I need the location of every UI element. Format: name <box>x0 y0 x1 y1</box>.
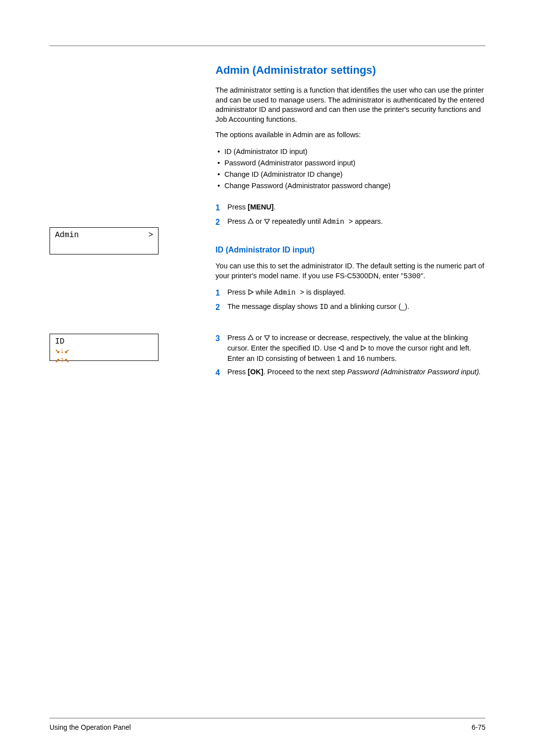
model-code: 5300 <box>403 272 421 280</box>
step-body: Press or to increase or decrease, respec… <box>227 333 485 364</box>
text: and <box>344 344 360 352</box>
text: or <box>254 334 264 342</box>
text: You can use this to set the administrato… <box>215 262 484 280</box>
display-icons-2: ↗↑↖ <box>55 356 153 365</box>
text: The message display shows <box>227 302 320 310</box>
step-item: 1 Press [MENU]. <box>215 202 485 213</box>
step-item: 2 The message display shows ID and a bli… <box>215 302 485 313</box>
step-number: 3 <box>215 333 227 364</box>
display-label: ID <box>55 337 153 347</box>
svg-marker-1 <box>265 219 269 224</box>
lcd-display-id: ID ↘↓↙ ↗↑↖ <box>50 334 159 361</box>
svg-marker-3 <box>248 335 253 340</box>
text: Press <box>227 368 248 376</box>
footer-page-number: 6-75 <box>472 723 485 731</box>
attention-icon: ↗↑↖ <box>55 356 69 365</box>
step-item: 4 Press [OK]. Proceed to the next step P… <box>215 367 485 378</box>
sub-heading: ID (Administrator ID input) <box>215 246 485 254</box>
list-item: Change Password (Administrator password … <box>215 180 485 192</box>
menu-key-label: [MENU] <box>248 203 273 211</box>
intro-paragraph-2: The options available in Admin are as fo… <box>215 130 485 140</box>
top-rule <box>50 46 485 46</box>
step-number: 1 <box>215 202 227 213</box>
options-list: ID (Administrator ID input) Password (Ad… <box>215 146 485 192</box>
text: and a blinking cursor (_). <box>328 302 410 310</box>
main-content: Admin (Administrator settings) The admin… <box>215 64 485 379</box>
svg-marker-0 <box>248 219 253 223</box>
page-footer: Using the Operation Panel 6-75 <box>50 718 485 731</box>
step-body: Press or repeatedly until Admin > appear… <box>227 216 485 228</box>
triangle-down-icon <box>264 218 270 224</box>
step-item: 1 Press while Admin > is displayed. <box>215 287 485 299</box>
step-number: 2 <box>215 302 227 313</box>
text: appears. <box>353 217 382 225</box>
page-heading: Admin (Administrator settings) <box>215 64 485 77</box>
display-text: ID <box>320 303 328 311</box>
reference-text: Password (Administrator Password input). <box>347 368 481 376</box>
steps-b: 1 Press while Admin > is displayed. 2 Th… <box>215 287 485 379</box>
text: . Proceed to the next step <box>264 368 347 376</box>
steps-a: 1 Press [MENU]. 2 Press or repeatedly un… <box>215 202 485 228</box>
list-item: Password (Administrator password input) <box>215 157 485 169</box>
triangle-right-icon <box>248 289 254 295</box>
step-number: 2 <box>215 216 227 228</box>
text: while <box>254 288 274 296</box>
text: . <box>273 203 275 211</box>
lcd-display-admin: Admin > <box>50 227 159 254</box>
display-icons: ↘↓↙ <box>55 347 153 356</box>
display-label: Admin <box>55 231 79 240</box>
ok-key-label: [OK] <box>248 368 263 376</box>
display-text: Admin > <box>274 289 304 297</box>
text: or <box>254 217 264 225</box>
text: Press <box>227 217 248 225</box>
text: repeatedly until <box>270 217 322 225</box>
intro-paragraph-1: The administrator setting is a function … <box>215 86 485 124</box>
svg-marker-6 <box>361 346 366 351</box>
sub-intro: You can use this to set the administrato… <box>215 261 485 281</box>
svg-marker-2 <box>249 290 253 295</box>
display-text: Admin > <box>322 218 353 226</box>
text: ". <box>421 272 425 280</box>
triangle-left-icon <box>338 345 344 351</box>
footer-section-title: Using the Operation Panel <box>50 723 131 731</box>
display-arrow: > <box>148 231 153 240</box>
text: Press <box>227 203 248 211</box>
step-body: Press while Admin > is displayed. <box>227 287 485 299</box>
triangle-up-icon <box>248 218 254 224</box>
text: Press <box>227 288 248 296</box>
triangle-right-icon <box>360 345 366 351</box>
svg-marker-5 <box>339 346 343 351</box>
step-number: 4 <box>215 367 227 378</box>
triangle-up-icon <box>248 335 254 341</box>
step-body: The message display shows ID and a blink… <box>227 302 485 313</box>
indicator-icon: ↘↓↙ <box>55 347 69 356</box>
step-item: 2 Press or repeatedly until Admin > appe… <box>215 216 485 228</box>
list-item: Change ID (Administrator ID change) <box>215 169 485 180</box>
step-number: 1 <box>215 287 227 299</box>
step-item: 3 Press or to increase or decrease, resp… <box>215 333 485 364</box>
svg-marker-4 <box>265 336 269 340</box>
triangle-down-icon <box>264 335 270 341</box>
step-body: Press [MENU]. <box>227 202 485 213</box>
text: is displayed. <box>304 288 346 296</box>
text: Press <box>227 334 248 342</box>
list-item: ID (Administrator ID input) <box>215 146 485 157</box>
step-body: Press [OK]. Proceed to the next step Pas… <box>227 367 485 378</box>
